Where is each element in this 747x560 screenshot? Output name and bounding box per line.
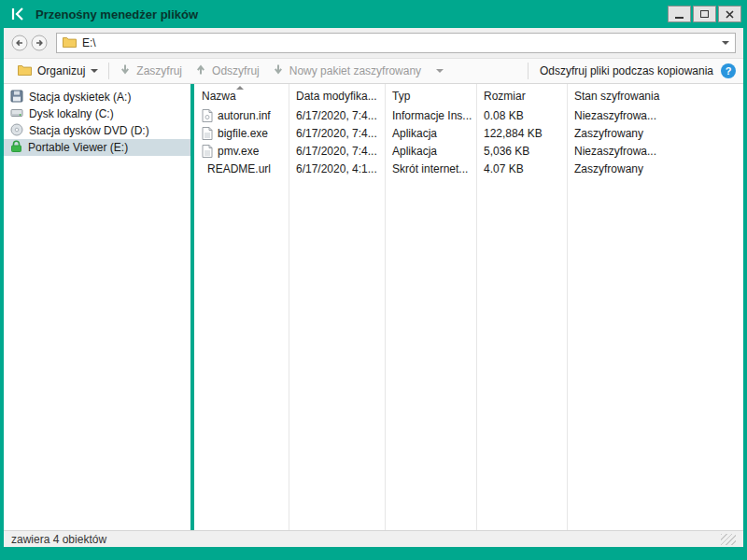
file-type: Skrót internet... — [385, 162, 476, 175]
column-separator — [567, 84, 568, 530]
sidebar-item-label: Dysk lokalny (C:) — [29, 107, 114, 120]
file-row[interactable]: bigfile.exe 6/17/2020, 7:4... Aplikacja … — [194, 124, 743, 142]
local-disk-icon — [10, 106, 23, 122]
file-row[interactable]: autorun.inf 6/17/2020, 7:4... Informacje… — [194, 106, 743, 124]
sort-ascending-icon — [236, 86, 244, 90]
close-icon — [726, 10, 734, 19]
toolbar-separator — [108, 63, 109, 79]
folder-icon — [18, 64, 32, 78]
file-encryption-status: Zaszyfrowany — [567, 127, 743, 140]
column-separator — [289, 84, 289, 530]
sidebar-item-local-c[interactable]: Dysk lokalny (C:) — [4, 105, 190, 122]
sidebar-item-label: Stacja dysków DVD (D:) — [29, 124, 149, 137]
sidebar-item-floppy-a[interactable]: Stacja dyskietek (A:) — [4, 89, 190, 105]
address-bar[interactable]: E:\ — [56, 33, 736, 53]
file-type: Aplikacja — [385, 145, 476, 158]
title-bar: Przenośny menedżer plików — [0, 0, 747, 28]
maximize-icon — [700, 10, 709, 18]
address-dropdown-icon[interactable] — [722, 41, 729, 45]
file-encryption-status: Zaszyfrowany — [567, 162, 743, 175]
minimize-icon — [675, 17, 684, 19]
file-row[interactable]: pmv.exe 6/17/2020, 7:4... Aplikacja 5,03… — [194, 142, 743, 160]
organize-button[interactable]: Organizuj — [11, 61, 105, 81]
file-icon — [202, 145, 213, 158]
column-header-encryption[interactable]: Stan szyfrowania — [567, 90, 743, 103]
file-modified: 6/17/2020, 7:4... — [289, 109, 385, 122]
file-size: 4.07 KB — [476, 162, 567, 175]
column-header-type[interactable]: Typ — [385, 90, 476, 103]
sidebar-item-label: Portable Viewer (E:) — [28, 141, 128, 154]
column-header-name[interactable]: Nazwa — [194, 90, 289, 103]
chevron-down-icon — [91, 69, 98, 73]
file-encryption-status: Niezaszyfrowa... — [567, 145, 743, 158]
forward-button[interactable] — [31, 35, 48, 51]
sidebar-item-portable-e[interactable]: Portable Viewer (E:) — [4, 139, 190, 156]
decrypt-label: Odszyfruj — [212, 64, 260, 77]
toolbar-separator — [528, 63, 529, 79]
file-name: bigfile.exe — [218, 127, 268, 140]
window-bottom-border — [0, 547, 747, 560]
file-list-area: Nazwa Data modyfika... Typ Rozmiar Stan … — [194, 84, 743, 530]
file-size: 0.08 KB — [476, 109, 567, 122]
file-encryption-status: Niezaszyfrowa... — [567, 109, 743, 122]
encrypt-button[interactable]: Zaszyfruj — [113, 61, 189, 81]
window-body: E:\ Organizuj Zaszyfruj — [4, 28, 743, 547]
decrypt-button[interactable]: Odszyfruj — [189, 61, 266, 81]
column-header-size[interactable]: Rozmiar — [476, 90, 567, 103]
command-toolbar: Organizuj Zaszyfruj Odszyfruj N — [4, 58, 743, 84]
file-name: pmv.exe — [218, 145, 259, 158]
status-bar: zawiera 4 obiektów — [4, 530, 743, 547]
file-size: 5,036 KB — [476, 145, 567, 158]
file-row[interactable]: README.url 6/17/2020, 4:1... Skrót inter… — [194, 160, 743, 177]
organize-label: Organizuj — [37, 64, 85, 77]
help-icon[interactable]: ? — [721, 63, 736, 78]
file-modified: 6/17/2020, 7:4... — [289, 127, 385, 140]
main-content: Stacja dyskietek (A:) Dysk lokalny (C:) — [4, 84, 743, 530]
file-type: Informacje Ins... — [385, 109, 476, 122]
close-button[interactable] — [718, 6, 741, 22]
decrypt-on-copy-option[interactable]: Odszyfruj pliki podczas kopiowania — [540, 64, 713, 77]
arrow-up-icon — [195, 63, 206, 78]
file-icon — [202, 109, 213, 122]
file-type: Aplikacja — [385, 127, 476, 140]
new-encrypted-package-label: Nowy pakiet zaszyfrowany — [289, 64, 421, 77]
column-separator — [385, 84, 386, 530]
arrow-down-icon — [273, 63, 284, 78]
column-header-modified[interactable]: Data modyfika... — [289, 90, 385, 103]
minimize-button[interactable] — [668, 6, 691, 22]
app-window: Przenośny menedżer plików — [0, 0, 747, 560]
back-button[interactable] — [11, 35, 28, 51]
file-modified: 6/17/2020, 7:4... — [289, 145, 385, 158]
app-logo-icon — [9, 6, 28, 22]
toolbar-right-group: Odszyfruj pliki podczas kopiowania ? — [524, 63, 736, 79]
column-separator — [476, 84, 477, 530]
chevron-down-icon — [436, 69, 444, 73]
file-name: autorun.inf — [218, 109, 271, 122]
resize-grip-icon[interactable] — [721, 534, 736, 545]
file-size: 122,884 KB — [476, 127, 567, 140]
dvd-drive-icon — [10, 123, 23, 139]
arrow-down-icon — [120, 63, 131, 78]
file-modified: 6/17/2020, 4:1... — [289, 162, 385, 175]
file-list-body: autorun.inf 6/17/2020, 7:4... Informacje… — [194, 106, 743, 530]
sidebar-item-dvd-d[interactable]: Stacja dysków DVD (D:) — [4, 122, 190, 139]
folder-icon — [63, 36, 77, 50]
window-title: Przenośny menedżer plików — [35, 7, 666, 21]
sidebar-item-label: Stacja dyskietek (A:) — [29, 91, 131, 104]
status-text: zawiera 4 obiektów — [11, 533, 106, 546]
floppy-drive-icon — [10, 90, 23, 105]
drives-sidebar: Stacja dyskietek (A:) Dysk lokalny (C:) — [4, 84, 190, 530]
green-lock-icon — [10, 140, 22, 156]
navigation-bar: E:\ — [4, 28, 743, 58]
file-name: README.url — [207, 162, 271, 175]
file-icon — [202, 127, 213, 140]
address-text: E:\ — [82, 36, 716, 49]
new-encrypted-package-button[interactable]: Nowy pakiet zaszyfrowany — [266, 61, 450, 81]
file-list-header: Nazwa Data modyfika... Typ Rozmiar Stan … — [194, 84, 743, 106]
encrypt-label: Zaszyfruj — [136, 64, 182, 77]
maximize-button[interactable] — [693, 6, 716, 22]
